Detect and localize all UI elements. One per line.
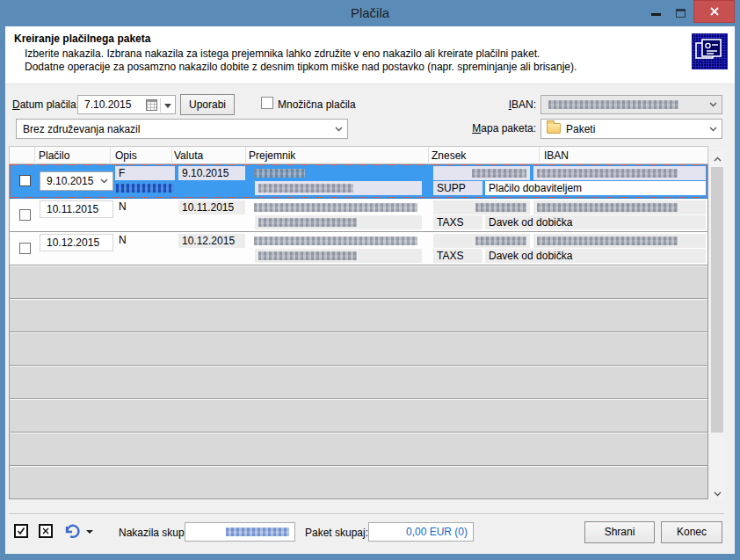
empty-table-row (10, 466, 707, 499)
iban-cell (533, 200, 706, 215)
purpose-code-cell: TAXS (433, 249, 482, 263)
chevron-down-icon (335, 127, 343, 132)
close-dialog-button[interactable]: Konec (661, 521, 722, 543)
redacted-prejemnik-name (254, 203, 417, 212)
empty-table-row (10, 366, 707, 399)
dialog-client-area: Kreiranje plačilnega paketa Izberite nak… (5, 26, 735, 554)
col-placilo: Plačilo (39, 149, 69, 162)
redacted-iban-row-value (537, 203, 678, 212)
package-total-value: 0,00 EUR (0) (406, 526, 468, 538)
redacted-transfers-total (226, 527, 289, 536)
iban-label: IBAN: (480, 98, 536, 112)
grouping-combobox[interactable]: Brez združevanja nakazil (16, 119, 348, 139)
redacted-opis-detail (116, 184, 174, 193)
table-row[interactable]: 10.12.2015 N 10.12.2015 TAXS Davek od do… (10, 232, 707, 265)
col-znesek: Znesek (432, 149, 466, 162)
package-total-label: Paket skupaj: (305, 526, 368, 540)
calendar-icon[interactable] (146, 99, 157, 111)
row-payment-date-value: 9.10.2015 (47, 175, 93, 187)
undo-icon (63, 523, 81, 539)
maximize-icon (676, 9, 686, 18)
select-all-checkbox-icon (17, 527, 25, 535)
purpose-description-cell: Plačilo dobaviteljem (485, 181, 706, 195)
col-prejemnik: Prejemnik (249, 149, 295, 162)
payment-date-value: 7.10.2015 (84, 98, 131, 111)
close-button[interactable] (693, 0, 735, 23)
scroll-down-button[interactable] (710, 486, 724, 501)
valuta-cell: 9.10.2015 (178, 166, 245, 180)
date-dropdown-separator (160, 98, 161, 113)
prejemnik-detail-cell (255, 181, 422, 195)
row-checkbox[interactable] (19, 243, 31, 254)
chevron-down-icon (100, 178, 108, 184)
empty-table-row (10, 332, 707, 366)
undo-button[interactable] (63, 523, 81, 539)
empty-table-row (10, 433, 707, 466)
redacted-prejemnik-detail (258, 251, 357, 260)
row-payment-date-value: 10.12.2015 (47, 236, 99, 249)
header-description-line1: Izberite nakazila. Izbrana nakazila za i… (25, 47, 540, 60)
empty-table-row (10, 265, 707, 299)
bulk-payments-label: Množična plačila (278, 98, 356, 112)
scrollbar-thumb[interactable] (711, 167, 723, 433)
bulk-payments-checkbox[interactable] (261, 97, 273, 109)
grouping-value: Brez združevanja nakazil (23, 123, 140, 135)
prejemnik-detail-cell (255, 249, 422, 263)
iban-combobox[interactable] (540, 95, 722, 114)
znesek-cell (433, 166, 530, 180)
valuta-cell: 10.11.2015 (178, 200, 245, 215)
iban-cell (533, 234, 706, 248)
row-payment-date-input[interactable]: 10.11.2015 (40, 200, 113, 218)
scroll-up-button[interactable] (710, 151, 724, 166)
minimize-button[interactable] (644, 0, 667, 23)
payment-card-logo-icon (692, 33, 728, 69)
table-row[interactable]: 10.11.2015 N 10.11.2015 TAXS Davek od do… (10, 199, 707, 232)
maximize-button[interactable] (669, 0, 692, 23)
chevron-down-icon (709, 102, 717, 107)
folder-icon (547, 123, 561, 134)
package-folder-label: Mapa paketa: (462, 121, 536, 135)
col-opis: Opis (115, 149, 137, 162)
row-checkbox[interactable] (19, 175, 31, 186)
minimize-icon (651, 13, 661, 16)
header-description-line2: Dodatne operacije za posamzno nakazilo d… (25, 61, 577, 73)
row-payment-date-input[interactable]: 10.12.2015 (40, 234, 113, 251)
deselect-checkbox-icon (42, 527, 49, 535)
deselect-all-button[interactable] (39, 524, 53, 538)
redacted-znesek-value (475, 203, 526, 212)
col-valuta: Valuta (174, 149, 203, 162)
znesek-cell (433, 234, 530, 248)
iban-cell (533, 166, 706, 180)
redacted-prejemnik-name (254, 169, 305, 178)
window-title: Plačila (0, 5, 740, 20)
row-payment-date-dropdown[interactable]: 9.10.2015 (40, 171, 113, 191)
opis-cell: F (115, 166, 175, 180)
row-checkbox[interactable] (19, 209, 31, 221)
apply-button[interactable]: Uporabi (180, 94, 235, 115)
page-title: Kreiranje plačilnega paketa (14, 33, 150, 45)
prejemnik-detail-cell (255, 215, 422, 229)
save-button[interactable]: Shrani (584, 521, 655, 543)
table-header: Plačilo Opis Valuta Prejemnik Znesek IBA… (9, 146, 708, 164)
chevron-up-icon (714, 156, 722, 162)
table-body: 9.10.2015 F 9.10.2015 SUPP Plačilo dobav… (9, 164, 708, 499)
table-row[interactable]: 9.10.2015 F 9.10.2015 SUPP Plačilo dobav… (10, 164, 707, 199)
redacted-prejemnik-detail (258, 218, 357, 227)
payments-window: Plačila Kreiranje plačilnega paketa Izbe… (0, 0, 740, 560)
vertical-scrollbar[interactable] (710, 151, 724, 501)
footer-separator (9, 513, 724, 515)
package-folder-combobox[interactable]: Paketi (540, 119, 722, 139)
redacted-iban-row-value (537, 169, 678, 178)
close-icon (709, 6, 720, 17)
payment-date-input[interactable]: 7.10.2015 (77, 95, 176, 114)
title-bar[interactable]: Plačila (0, 0, 740, 26)
opis-cell: N (115, 200, 175, 214)
opis-cell: N (115, 233, 175, 247)
redacted-prejemnik-detail (258, 184, 353, 193)
redacted-znesek-value (475, 236, 526, 245)
purpose-code-cell: TAXS (433, 215, 482, 229)
chevron-down-icon (714, 491, 722, 497)
date-dropdown-icon[interactable] (164, 104, 171, 108)
undo-dropdown-icon[interactable] (86, 530, 93, 534)
select-all-button[interactable] (14, 524, 28, 538)
